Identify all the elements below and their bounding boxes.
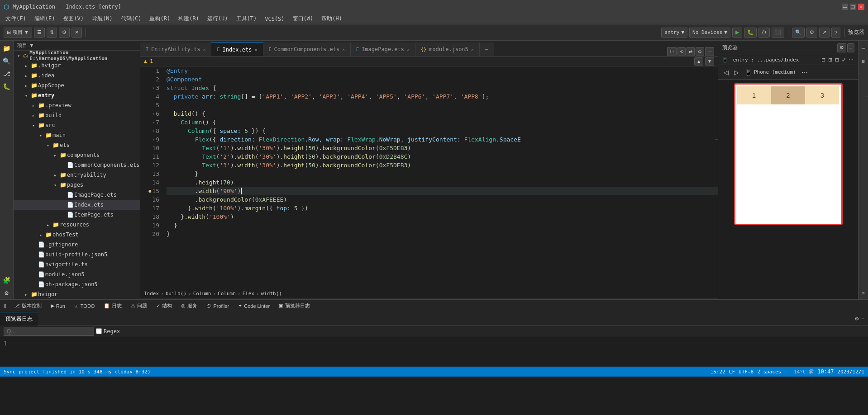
- preview-settings-btn[interactable]: ⚙: [837, 43, 846, 52]
- debug-side-icon[interactable]: 🐛: [1, 80, 13, 92]
- menu-file[interactable]: 文件(F): [2, 14, 30, 24]
- structure-btn[interactable]: ✓ 结构: [153, 302, 176, 310]
- menu-view[interactable]: 视图(V): [59, 14, 87, 24]
- tree-item-hvigorfile[interactable]: 📄 hvigorfile.ts: [14, 259, 140, 269]
- services-btn[interactable]: ◎ 服务: [177, 302, 201, 310]
- tree-item-entry[interactable]: ▾ 📁 entry: [14, 90, 140, 100]
- indent[interactable]: 2 spaces: [757, 369, 781, 375]
- preview-log-btn[interactable]: ▣ 预览器日志: [275, 302, 314, 310]
- tab-toolbar-btn-3[interactable]: ⇄: [687, 47, 695, 56]
- menu-window[interactable]: 窗口(W): [289, 14, 317, 24]
- debug-button[interactable]: 🐛: [744, 28, 757, 38]
- todo-btn[interactable]: ☑ TODO: [71, 302, 99, 310]
- preview-back-btn[interactable]: ◁: [722, 69, 730, 76]
- tab-commoncomponents[interactable]: E CommonComponents.ets ✕: [263, 42, 351, 56]
- tree-item-hvigor2[interactable]: ▸ 📁 hvigor: [14, 289, 140, 299]
- tab-index[interactable]: E Index.ets ✕: [211, 42, 263, 56]
- preview-mode-btn-3[interactable]: ⊟: [834, 57, 840, 63]
- list-view-btn[interactable]: ☰: [34, 28, 45, 38]
- tree-item-idea[interactable]: ▸ 📁 .idea: [14, 71, 140, 80]
- problems-btn[interactable]: ⚠ 问题: [127, 302, 151, 310]
- close-panel-btn[interactable]: ✕: [72, 28, 82, 38]
- tab-imagepage[interactable]: E ImagePage.ets ✕: [351, 42, 415, 56]
- tree-item-ohostest[interactable]: ▸ 📁 ohosTest: [14, 230, 140, 240]
- search-side-icon[interactable]: 🔍: [1, 55, 13, 67]
- breadcrumb-build[interactable]: build(): [166, 291, 186, 297]
- tree-item-appscope[interactable]: ▸ 📁 AppScope: [14, 80, 140, 90]
- tree-item-main[interactable]: ▾ 📁 main: [14, 130, 140, 140]
- tree-item-itempage[interactable]: 📄 ItemPage.ets: [14, 210, 140, 220]
- menu-refactor[interactable]: 重构(R): [146, 14, 174, 24]
- preview-log-tab[interactable]: 预览器日志: [0, 312, 38, 325]
- menu-help[interactable]: 帮助(H): [318, 14, 346, 24]
- code-content[interactable]: @Entry @Component struct Index { private…: [163, 66, 718, 289]
- run-bottom-btn[interactable]: ▶ Run: [47, 302, 69, 310]
- log-btn[interactable]: 📋 日志: [100, 302, 125, 310]
- entry-dropdown[interactable]: entry ▼: [661, 28, 687, 38]
- tree-item-imagepage[interactable]: 📄 ImagePage.ets: [14, 190, 140, 200]
- tree-item-gitignore[interactable]: 📄 .gitignore: [14, 240, 140, 250]
- menu-code[interactable]: 代码(C): [117, 14, 145, 24]
- preview-close-btn[interactable]: −: [847, 43, 854, 52]
- maximize-button[interactable]: ❐: [850, 4, 856, 10]
- tree-item-build[interactable]: ▸ 📁 build: [14, 110, 140, 120]
- help-toolbar-btn[interactable]: ?: [831, 28, 840, 38]
- tree-item-ohpackage[interactable]: 📄 oh-package.json5: [14, 279, 140, 289]
- profiler-btn[interactable]: ⏱ Profiler: [203, 302, 233, 310]
- breadcrumb-index[interactable]: Index: [144, 291, 159, 297]
- tab-toolbar-btn-2[interactable]: ⟲: [677, 47, 686, 56]
- tree-item-modulejson5[interactable]: 📄 module.json5: [14, 269, 140, 279]
- tree-item-src[interactable]: ▾ 📁 src: [14, 120, 140, 130]
- preview-mode-btn-1[interactable]: ⊟: [820, 57, 826, 63]
- tab-modulejson5[interactable]: {} module.json5 ✕: [415, 42, 480, 56]
- close-button[interactable]: ✕: [858, 4, 864, 10]
- menu-tools[interactable]: 工具(T): [233, 14, 261, 24]
- tab-close-index[interactable]: ✕: [255, 47, 258, 52]
- right-icon-1[interactable]: I: [858, 42, 868, 54]
- tree-item-components[interactable]: ▸ 📁 components: [14, 150, 140, 160]
- settings-btn[interactable]: ⚙: [59, 28, 70, 38]
- tab-close-entryability[interactable]: ✕: [203, 47, 205, 52]
- tab-close-imagepage[interactable]: ✕: [407, 47, 410, 52]
- git-icon[interactable]: ⎇: [1, 68, 13, 80]
- tree-item-indexets[interactable]: 📄 Index.ets: [14, 200, 140, 210]
- search-toolbar-btn[interactable]: 🔍: [792, 28, 805, 38]
- breadcrumb-width[interactable]: width(): [261, 291, 282, 297]
- tree-item-commoncomponents[interactable]: 📄 CommonComponents.ets: [14, 160, 140, 170]
- preview-more-btn[interactable]: ⋯: [848, 57, 854, 63]
- settings-toolbar-btn[interactable]: ⚙: [806, 28, 817, 38]
- charset[interactable]: UTF-8: [739, 369, 754, 375]
- tree-item-entryability[interactable]: ▸ 📁 entryability: [14, 170, 140, 180]
- breadcrumb-column2[interactable]: Column: [218, 291, 236, 297]
- tree-item-myapp[interactable]: ▾ 🗂 MyApplication E:\HarmonyOS\MyApplica…: [14, 51, 140, 61]
- tab-toolbar-btn-5[interactable]: ⋯: [705, 47, 714, 56]
- preview-forward-btn[interactable]: ▷: [732, 69, 741, 76]
- menu-build[interactable]: 构建(B): [175, 14, 203, 24]
- preview-mode-btn-2[interactable]: ⊞: [827, 57, 833, 63]
- devices-dropdown[interactable]: No Devices ▼: [689, 28, 730, 38]
- run-button[interactable]: ▶: [732, 28, 742, 38]
- stop-button[interactable]: ⬛: [772, 28, 784, 38]
- regex-checkbox[interactable]: [96, 328, 102, 334]
- tab-close-commoncomponents[interactable]: ✕: [342, 47, 345, 52]
- codelinter-btn[interactable]: ✦ Code Linter: [234, 302, 273, 310]
- tab-close-modulejson5[interactable]: ✕: [471, 47, 474, 52]
- version-control-btn[interactable]: ⎇ 版本控制: [10, 302, 45, 310]
- next-error-btn[interactable]: ▼: [705, 57, 714, 66]
- minimize-button[interactable]: —: [842, 4, 848, 10]
- menu-edit[interactable]: 编辑(E): [31, 14, 59, 24]
- tree-item-ets[interactable]: ▾ 📁 ets: [14, 140, 140, 150]
- line-ending[interactable]: LF: [729, 369, 735, 375]
- tree-item-hvigor[interactable]: ▸ 📁 .hvigor: [14, 61, 140, 71]
- menu-vcs[interactable]: VCS(S): [261, 15, 288, 23]
- panel-settings-btn[interactable]: ⚙: [854, 316, 859, 322]
- tab-entryability[interactable]: T EntryAbility.ts ✕: [140, 42, 211, 56]
- tab-overflow[interactable]: ⋯: [480, 42, 494, 56]
- extensions-icon[interactable]: 🧩: [1, 274, 13, 286]
- menu-nav[interactable]: 导航(N): [88, 14, 116, 24]
- settings-side-icon[interactable]: ⚙: [1, 287, 13, 299]
- preview-expand-btn[interactable]: ⤢: [841, 57, 847, 63]
- prev-error-btn[interactable]: ▲: [694, 57, 703, 66]
- tree-item-preview[interactable]: ▸ 📁 .preview: [14, 100, 140, 110]
- log-search-input[interactable]: [4, 327, 94, 336]
